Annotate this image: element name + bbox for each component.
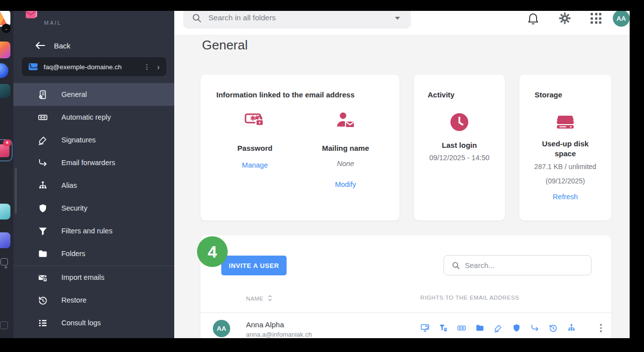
sidebar-item-email-forwarders[interactable]: Email forwarders	[13, 151, 174, 174]
brand-product-label: MAIL	[44, 20, 62, 26]
sidebar-item-label: Signatures	[61, 136, 96, 144]
sidebar-item-label: Email forwarders	[61, 159, 115, 167]
row-user-email: anna.a@infomaniak.ch	[246, 331, 312, 338]
users-search[interactable]	[444, 255, 592, 275]
settings-sidebar: infomaniak MAIL Back faq@exemple-domaine…	[13, 0, 174, 338]
forwarders-right-icon[interactable]	[530, 323, 540, 333]
sidebar-item-consult-logs[interactable]: Consult logs	[13, 311, 174, 334]
column-header-name[interactable]: NAME	[246, 295, 272, 302]
sidebar-item-signatures[interactable]: Signatures	[13, 129, 174, 151]
apps-grid-icon[interactable]	[591, 13, 601, 24]
global-search-input[interactable]	[208, 13, 372, 22]
sidebar-item-label: Folders	[61, 250, 85, 258]
devices-sync-icon[interactable]	[420, 323, 430, 333]
notification-bell-icon[interactable]	[526, 11, 540, 25]
sidebar-item-folders[interactable]: Folders	[13, 242, 174, 265]
letterbox-bottom	[0, 338, 644, 352]
app-dock: ⌄ +	[0, 0, 13, 352]
mailing-name-icon	[303, 109, 388, 132]
sidebar-item-alias[interactable]: Alias	[13, 174, 174, 197]
app-dark-teal-icon[interactable]	[0, 84, 10, 98]
arrow-left-icon	[35, 42, 45, 49]
row-user-name: Anna Alpha	[246, 320, 284, 329]
signatures-right-icon[interactable]	[494, 323, 503, 333]
password-label: Password	[213, 144, 297, 152]
automatic-reply-right-icon[interactable]	[457, 323, 466, 333]
mailbox-address: faq@exemple-domaine.ch	[44, 63, 144, 71]
sidebar-item-automatic-reply[interactable]: Automatic reply	[13, 106, 174, 129]
storage-label: Used-up disk space	[519, 139, 611, 159]
password-icon: ✱✱	[213, 109, 297, 132]
info-card: Information linked to the email address …	[200, 75, 399, 220]
search-icon	[452, 262, 460, 269]
mail-app-active-icon[interactable]: +	[0, 139, 12, 161]
sidebar-item-label: General	[61, 90, 87, 98]
alias-right-icon[interactable]	[567, 323, 576, 333]
search-icon	[192, 13, 201, 23]
clock-icon	[414, 113, 505, 133]
mailbox-menu-icon[interactable]: ⋮	[144, 63, 150, 71]
filters-right-icon[interactable]	[439, 323, 448, 333]
rights-icons	[420, 323, 587, 333]
row-menu-icon[interactable]	[600, 324, 602, 332]
settings-gear-icon[interactable]	[558, 11, 572, 25]
search-scope-caret-icon[interactable]	[395, 17, 400, 20]
back-button[interactable]: Back	[35, 40, 164, 51]
storage-value: 287.1 KB / unlimited	[519, 163, 611, 171]
app-indigo-icon[interactable]	[0, 232, 10, 248]
chevron-right-icon[interactable]: ›	[157, 62, 159, 72]
tutorial-step-badge: 4	[197, 236, 228, 267]
users-card: INVITE A USER NAME RIGHTS TO THE EMAIL A…	[200, 235, 611, 352]
storage-card: Storage Used-up disk space 287.1 KB / un…	[519, 75, 611, 220]
shield-icon	[38, 203, 48, 214]
mailing-name-block: Mailing name None Modify	[303, 109, 388, 188]
sidebar-item-restore[interactable]: Restore	[13, 289, 174, 311]
sidebar-item-general[interactable]: i General	[13, 83, 174, 106]
info-card-title: Information linked to the email address	[216, 90, 354, 99]
letterbox-top	[0, 0, 644, 11]
sidebar-item-import-emails[interactable]: Import emails	[13, 266, 174, 289]
mail-plus-badge: +	[3, 139, 11, 146]
app-sphere-icon[interactable]	[0, 63, 8, 78]
disk-icon	[519, 114, 611, 132]
collapse-chevron-icon[interactable]: ⌄	[1, 24, 11, 33]
automatic-reply-icon	[38, 112, 48, 123]
sidebar-item-label: Restore	[61, 296, 87, 304]
invite-user-button[interactable]: INVITE A USER	[221, 256, 287, 275]
sidebar-item-security[interactable]: Security	[13, 197, 174, 220]
funnel-icon	[38, 226, 48, 236]
app-cyan-icon[interactable]	[0, 204, 10, 220]
restore-icon	[38, 295, 48, 306]
sort-icon	[268, 295, 272, 302]
activity-card-title: Activity	[428, 90, 454, 99]
row-avatar: AA	[213, 320, 230, 337]
manage-link[interactable]: Manage	[213, 161, 297, 169]
signature-icon	[38, 135, 48, 145]
sidebar-item-filters-and-rules[interactable]: Filters and rules	[13, 220, 174, 242]
restore-right-icon[interactable]	[548, 323, 558, 333]
alias-icon	[38, 180, 48, 191]
sidebar-item-label: Alias	[61, 181, 77, 189]
mailbox-selector[interactable]: faq@exemple-domaine.ch ⋮ ›	[22, 57, 166, 76]
refresh-link[interactable]: Refresh	[519, 193, 611, 201]
main-content: AA General Information linked to the ema…	[174, 0, 630, 338]
sidebar-item-label: Import emails	[61, 273, 104, 281]
storage-date: (09/12/2025)	[519, 177, 611, 185]
app-orange-icon[interactable]	[0, 42, 10, 58]
logs-icon	[38, 318, 48, 328]
column-header-rights: RIGHTS TO THE EMAIL ADDRESS	[420, 295, 519, 301]
sidebar-item-label: Consult logs	[61, 319, 101, 327]
users-search-input[interactable]	[465, 261, 579, 269]
user-avatar[interactable]: AA	[613, 10, 630, 27]
security-right-icon[interactable]	[512, 323, 521, 333]
general-icon: i	[38, 89, 48, 100]
modify-link[interactable]: Modify	[303, 180, 388, 188]
folders-right-icon[interactable]	[475, 323, 485, 333]
add-app-icon[interactable]	[0, 258, 8, 265]
import-icon	[38, 272, 48, 283]
mailing-name-value: None	[303, 160, 388, 168]
app-placeholder-icon	[0, 321, 8, 329]
table-divider	[200, 312, 611, 313]
mailing-name-label: Mailing name	[303, 144, 388, 152]
last-login-label: Last login	[414, 141, 505, 149]
